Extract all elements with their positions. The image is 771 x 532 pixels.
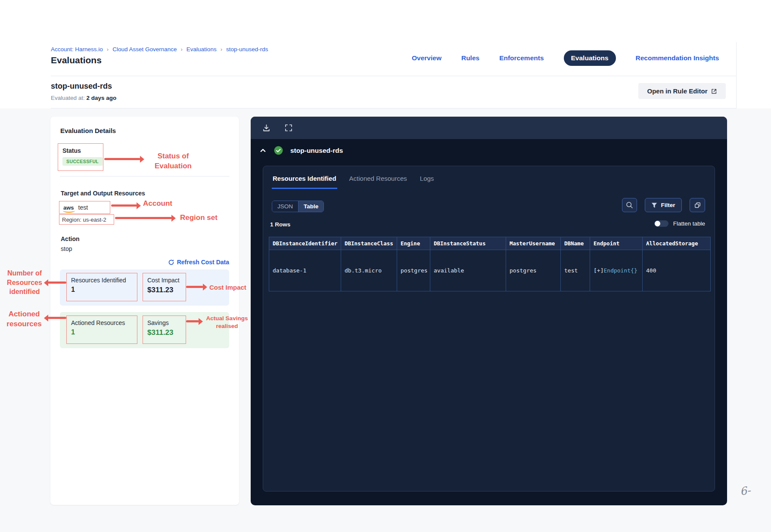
rule-name: stop-unused-rds	[51, 82, 112, 91]
evaluated-at-label: Evaluated at:	[51, 95, 85, 101]
open-in-rule-editor-label: Open in Rule Editor	[647, 87, 707, 95]
region-chip: Region: us-east-2	[59, 214, 114, 225]
savings-annotation-text: Actual Savings realised	[204, 315, 250, 330]
search-icon	[626, 201, 633, 209]
actioned-resources-stat: Actioned Resources 1	[66, 315, 137, 344]
flatten-table-toggle[interactable]	[654, 220, 668, 227]
region-annotation-text: Region set	[180, 213, 218, 223]
endpoint-expand-link[interactable]: Endpoint{}	[603, 267, 637, 274]
tab-resources-identified[interactable]: Resources Identified	[272, 175, 337, 189]
copy-button[interactable]	[690, 198, 705, 212]
refresh-icon	[168, 259, 174, 266]
savings-value: $311.23	[147, 328, 181, 337]
success-check-icon	[274, 146, 283, 155]
account-chip[interactable]: aws test	[59, 201, 110, 214]
download-icon[interactable]	[262, 124, 271, 133]
resources-annotation-text: Number of Resources identified	[4, 269, 45, 297]
column-masterusername: MasterUsername	[506, 237, 561, 250]
chevron-up-icon[interactable]	[259, 147, 267, 154]
view-mode-json[interactable]: JSON	[272, 201, 298, 212]
column-engine: Engine	[397, 237, 430, 250]
cell-dbname: test	[561, 250, 590, 291]
page: Account: Harness.io › Cloud Asset Govern…	[0, 0, 771, 532]
table-header-row: DBInstanceIdentifier DBInstanceClass Eng…	[269, 237, 711, 250]
top-nav: Overview Rules Enforcements Evaluations …	[412, 49, 719, 67]
cost-impact-label: Cost Impact	[147, 277, 181, 284]
column-dbinstanceclass: DBInstanceClass	[341, 237, 397, 250]
account-annotation-arrow	[111, 204, 137, 207]
panel-title-row: stop-unused-rds	[259, 146, 343, 155]
pen-scribble-mark: 6-	[739, 484, 751, 498]
nav-tab-enforcements[interactable]: Enforcements	[499, 54, 544, 62]
evaluation-details-card: Evaluation Details Status SUCCESSFUL Tar…	[50, 117, 239, 505]
table-controls: Filter	[622, 198, 705, 212]
nav-tab-overview[interactable]: Overview	[412, 54, 441, 62]
cell-dbinstancestatus: available	[430, 250, 506, 291]
status-annotation-text: Status of Evaluation	[150, 152, 196, 171]
open-in-rule-editor-button[interactable]: Open in Rule Editor	[638, 83, 726, 99]
tab-logs[interactable]: Logs	[419, 175, 435, 189]
resources-annotation-arrow	[48, 281, 66, 284]
action-value: stop	[61, 245, 72, 252]
breadcrumb-evaluations[interactable]: Evaluations	[187, 46, 217, 53]
header-right-border	[736, 42, 737, 109]
cell-engine: postgres	[397, 250, 430, 291]
panel-rule-title: stop-unused-rds	[290, 147, 343, 155]
column-dbname: DBName	[561, 237, 590, 250]
table-row: database-1 db.t3.micro postgres availabl…	[269, 250, 711, 291]
evaluated-at-value: 2 days ago	[87, 95, 117, 101]
copy-icon	[694, 201, 701, 209]
breadcrumb-cloud-asset-governance[interactable]: Cloud Asset Governance	[112, 46, 177, 53]
cell-dbinstanceclass: db.t3.micro	[341, 250, 397, 291]
view-mode-table[interactable]: Table	[298, 201, 323, 212]
target-output-title: Target and Output Resources	[61, 190, 145, 197]
column-endpoint: Endpoint	[590, 237, 643, 250]
breadcrumb-separator: ›	[221, 46, 222, 53]
flatten-table-label: Flatten table	[673, 220, 705, 227]
status-badge: SUCCESSFUL	[62, 157, 103, 166]
savings-stat: Savings $311.23	[143, 315, 186, 344]
savings-annotation-arrow	[186, 320, 199, 322]
filter-label: Filter	[661, 202, 675, 208]
endpoint-expand-prefix: [+]	[594, 267, 603, 274]
toggle-knob	[655, 221, 660, 226]
breadcrumb: Account: Harness.io › Cloud Asset Govern…	[51, 46, 268, 53]
refresh-label: Refresh Cost Data	[177, 259, 229, 266]
nav-tab-evaluations-active[interactable]: Evaluations	[564, 50, 616, 66]
view-mode-toggle: JSON Table	[272, 201, 324, 212]
panel-toolbar	[251, 117, 727, 139]
breadcrumb-account[interactable]: Account: Harness.io	[51, 46, 103, 53]
column-dbinstanceidentifier: DBInstanceIdentifier	[269, 237, 341, 250]
tab-actioned-resources[interactable]: Actioned Resources	[348, 175, 408, 189]
evaluation-details-title: Evaluation Details	[60, 127, 116, 134]
cost-impact-stat: Cost Impact $311.23	[143, 273, 186, 301]
fullscreen-icon[interactable]	[284, 124, 293, 132]
cell-dbinstanceidentifier: database-1	[269, 250, 341, 291]
action-label: Action	[61, 235, 80, 242]
resources-table: DBInstanceIdentifier DBInstanceClass Eng…	[269, 237, 711, 291]
evaluation-results-panel: stop-unused-rds Resources Identified Act…	[251, 117, 727, 505]
column-dbinstancestatus: DBInstanceStatus	[430, 237, 506, 250]
savings-label: Savings	[147, 319, 181, 326]
search-button[interactable]	[622, 198, 637, 212]
card-divider	[60, 176, 230, 176]
region-annotation-arrow	[115, 217, 172, 219]
status-annotation-arrow	[104, 158, 140, 160]
nav-tab-rules[interactable]: Rules	[461, 54, 479, 62]
cell-allocatedstorage: 400	[643, 250, 711, 291]
cell-endpoint: [+]Endpoint{}	[590, 250, 643, 291]
status-label: Status	[62, 147, 99, 154]
filter-funnel-icon	[651, 202, 657, 208]
breadcrumb-separator: ›	[107, 46, 109, 53]
actioned-resources-label: Actioned Resources	[71, 319, 133, 326]
refresh-cost-data-link[interactable]: Refresh Cost Data	[168, 259, 229, 266]
page-title: Evaluations	[51, 55, 102, 65]
cost-impact-value: $311.23	[147, 286, 181, 294]
results-container: Resources Identified Actioned Resources …	[263, 166, 715, 492]
header-divider	[51, 76, 737, 76]
breadcrumb-current[interactable]: stop-unused-rds	[226, 46, 268, 53]
nav-tab-recommendation-insights[interactable]: Recommendation Insights	[636, 54, 719, 62]
breadcrumb-separator: ›	[181, 46, 183, 53]
filter-button[interactable]: Filter	[645, 198, 682, 212]
flatten-table-control: Flatten table	[654, 220, 705, 227]
